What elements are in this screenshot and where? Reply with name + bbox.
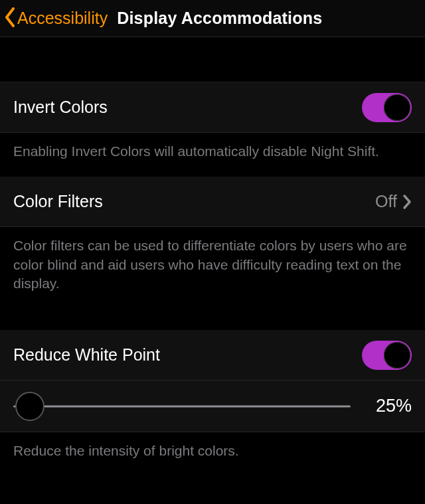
chevron-left-icon <box>4 7 16 30</box>
color-filters-label: Color Filters <box>13 192 103 211</box>
chevron-right-icon <box>402 194 412 210</box>
reduce-white-point-value: 25% <box>364 396 412 416</box>
color-filters-footer: Color filters can be used to differentia… <box>0 227 425 330</box>
toggle-knob <box>384 94 410 121</box>
nav-bar: Accessibility Display Accommodations <box>0 0 425 37</box>
color-filters-row[interactable]: Color Filters Off <box>0 177 425 227</box>
invert-colors-label: Invert Colors <box>13 98 108 117</box>
slider-track <box>13 405 351 407</box>
reduce-white-point-slider-row: 25% <box>0 380 425 432</box>
reduce-white-point-row: Reduce White Point <box>0 330 425 380</box>
slider-thumb[interactable] <box>15 392 44 421</box>
color-filters-value: Off <box>375 192 397 211</box>
reduce-white-point-toggle[interactable] <box>362 341 412 370</box>
back-label: Accessibility <box>17 9 108 28</box>
toggle-knob <box>384 342 410 369</box>
display-accommodations-screen: Accessibility Display Accommodations Inv… <box>0 0 425 504</box>
invert-colors-toggle[interactable] <box>362 93 412 122</box>
invert-colors-footer: Enabling Invert Colors will automaticall… <box>0 133 425 177</box>
back-button[interactable]: Accessibility <box>4 7 108 30</box>
reduce-white-point-slider[interactable] <box>13 392 351 421</box>
reduce-white-point-footer: Reduce the intensity of bright colors. <box>0 432 425 476</box>
invert-colors-row: Invert Colors <box>0 82 425 133</box>
reduce-white-point-label: Reduce White Point <box>13 345 160 365</box>
page-title: Display Accommodations <box>117 9 322 28</box>
section-spacer <box>0 37 425 82</box>
